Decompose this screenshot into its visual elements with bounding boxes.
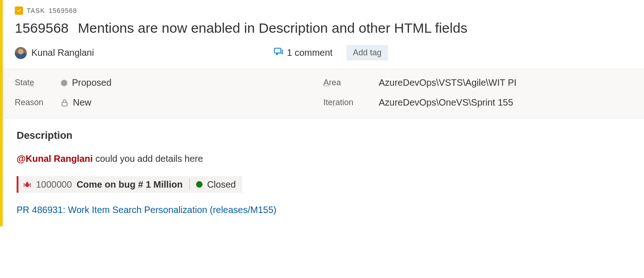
avatar bbox=[15, 47, 27, 59]
pr-link[interactable]: PR 486931: Work Item Search Personalizat… bbox=[17, 205, 630, 215]
lock-icon bbox=[61, 99, 68, 107]
work-item-id: 1569568 bbox=[15, 20, 69, 36]
iteration-value: AzureDevOps\OneVS\Sprint 155 bbox=[379, 97, 513, 108]
reason-value: New bbox=[73, 97, 91, 108]
separator bbox=[189, 179, 190, 190]
work-item-title[interactable]: Mentions are now enabled in Description … bbox=[78, 20, 467, 36]
breadcrumb-type: TASK bbox=[27, 7, 45, 14]
comments-count: 1 comment bbox=[287, 47, 333, 58]
area-label: Area bbox=[323, 78, 379, 88]
fields-right: Area AzureDevOps\VSTS\Agile\WIT PI Itera… bbox=[323, 77, 632, 108]
state-value: Proposed bbox=[72, 77, 112, 88]
comment-icon bbox=[273, 47, 283, 59]
work-item-header: TASK 1569568 1569568 Mentions are now en… bbox=[3, 0, 644, 69]
mention-link[interactable]: @Kunal Ranglani bbox=[17, 154, 93, 164]
description-body[interactable]: @Kunal Ranglani could you add details he… bbox=[17, 154, 630, 164]
breadcrumb-id: 1569568 bbox=[49, 7, 78, 14]
svg-rect-1 bbox=[62, 102, 67, 106]
area-field[interactable]: Area AzureDevOps\VSTS\Agile\WIT PI bbox=[323, 77, 632, 88]
reason-label: Reason bbox=[15, 98, 61, 107]
iteration-field[interactable]: Iteration AzureDevOps\OneVS\Sprint 155 bbox=[323, 97, 632, 108]
linked-item-title: Come on bug # 1 Million bbox=[77, 179, 183, 190]
task-icon bbox=[15, 6, 23, 15]
state-field[interactable]: State Proposed bbox=[15, 77, 323, 88]
add-tag-button[interactable]: Add tag bbox=[346, 45, 388, 60]
description-text: could you add details here bbox=[93, 154, 203, 164]
reason-field[interactable]: Reason New bbox=[15, 97, 323, 108]
state-label: State bbox=[15, 78, 61, 88]
area-value: AzureDevOps\VSTS\Agile\WIT PI bbox=[379, 77, 517, 88]
bug-icon bbox=[23, 180, 31, 189]
breadcrumb[interactable]: TASK 1569568 bbox=[15, 6, 632, 15]
assignee-picker[interactable]: Kunal Ranglani bbox=[15, 47, 273, 59]
meta-row: Kunal Ranglani 1 comment Add tag bbox=[15, 45, 632, 60]
comments-link[interactable]: 1 comment bbox=[273, 47, 333, 59]
description-section: Description @Kunal Ranglani could you ad… bbox=[3, 118, 644, 226]
fields-panel: State Proposed Reason New bbox=[3, 69, 644, 118]
state-dot-icon bbox=[61, 80, 67, 86]
svg-point-2 bbox=[25, 183, 30, 187]
linked-work-item[interactable]: 1000000 Come on bug # 1 Million Closed bbox=[17, 176, 242, 193]
description-heading: Description bbox=[17, 130, 630, 142]
linked-item-id: 1000000 bbox=[36, 179, 72, 190]
work-item-form: TASK 1569568 1569568 Mentions are now en… bbox=[0, 0, 644, 226]
iteration-label: Iteration bbox=[323, 98, 379, 107]
fields-left: State Proposed Reason New bbox=[15, 77, 323, 108]
svg-rect-0 bbox=[274, 48, 281, 53]
linked-item-state: Closed bbox=[207, 179, 236, 190]
assignee-name: Kunal Ranglani bbox=[31, 47, 94, 58]
title-row: 1569568 Mentions are now enabled in Desc… bbox=[15, 20, 632, 36]
state-dot-closed-icon bbox=[196, 181, 203, 188]
